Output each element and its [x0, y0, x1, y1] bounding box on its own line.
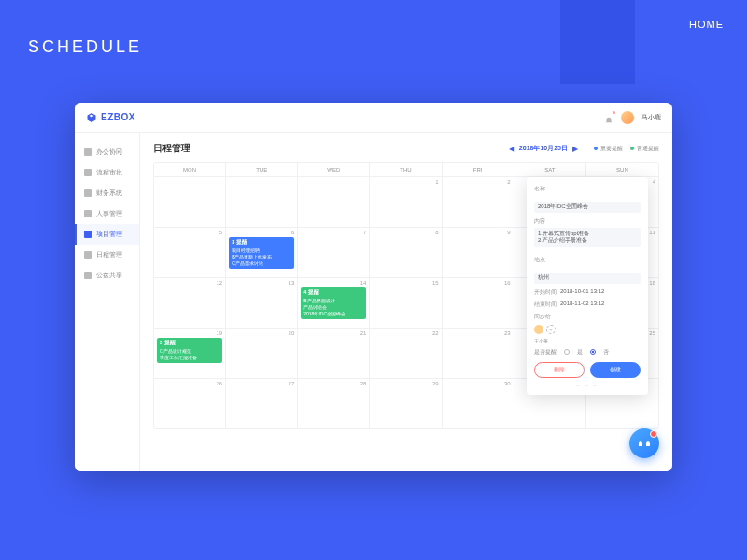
weekday-header: SAT	[514, 163, 586, 176]
person-name: 王小美	[534, 338, 641, 343]
calendar-cell[interactable]: 30	[443, 378, 514, 428]
sidebar-label: 项目管理	[96, 230, 122, 239]
calendar-cell[interactable]: 9	[443, 227, 514, 277]
user-avatar[interactable]	[621, 111, 634, 124]
person-avatar[interactable]	[534, 325, 543, 334]
day-number: 15	[373, 280, 438, 286]
start-time-value: 2018-10-01 13:12	[560, 288, 604, 297]
calendar-cell[interactable]: 16	[443, 277, 514, 328]
day-number: 16	[445, 280, 511, 286]
calendar-cell[interactable]	[154, 176, 226, 227]
day-number: 6	[229, 230, 294, 235]
sidebar-icon	[84, 231, 92, 238]
prev-arrow-icon[interactable]: ◀	[509, 145, 514, 153]
calendar-cell[interactable]: 5	[154, 227, 226, 277]
event-name-input[interactable]	[534, 202, 641, 213]
sidebar-item-6[interactable]: 公盘共享	[75, 265, 139, 286]
calendar-cell[interactable]: 2	[443, 176, 514, 227]
radio-no[interactable]	[590, 349, 596, 355]
page-title: SCHEDULE	[28, 37, 142, 57]
field-label-end: 结束时间	[534, 301, 557, 309]
calendar-cell[interactable]	[298, 176, 370, 227]
section-title: 日程管理	[153, 142, 190, 155]
calendar-cell[interactable]: 8	[370, 227, 442, 277]
calendar-event[interactable]: 4 提醒B产品界面设计产品讨论会2018年IDC全国峰会	[301, 287, 366, 319]
confirm-button[interactable]: 创建	[590, 362, 641, 378]
sidebar-item-0[interactable]: 办公协同	[75, 142, 139, 162]
weekday-header: WED	[298, 163, 370, 176]
weekday-header: MON	[154, 163, 226, 176]
calendar-cell[interactable]: 192 提醒C产品设计规范季度工作汇报准备	[154, 328, 226, 378]
home-link[interactable]: HOME	[689, 19, 724, 30]
notification-icon[interactable]	[604, 113, 613, 122]
day-number: 19	[157, 330, 222, 336]
day-number: 13	[229, 280, 294, 286]
sidebar-icon	[84, 169, 92, 176]
field-label-content: 内容	[534, 217, 641, 226]
day-number: 14	[301, 280, 366, 286]
calendar-cell[interactable]: 26	[154, 378, 226, 428]
day-number: 12	[157, 280, 222, 286]
sidebar-label: 财务系统	[96, 189, 122, 198]
next-arrow-icon[interactable]: ▶	[572, 145, 578, 153]
calendar-cell[interactable]: 144 提醒B产品界面设计产品讨论会2018年IDC全国峰会	[298, 277, 370, 328]
calendar-cell[interactable]: 22	[370, 328, 442, 378]
pager-dots: — — —	[534, 383, 641, 387]
calendar-event[interactable]: 2 提醒C产品设计规范季度工作汇报准备	[157, 338, 222, 363]
calendar-cell[interactable]: 7	[298, 227, 370, 277]
sidebar-label: 公盘共享	[96, 271, 122, 280]
sidebar-label: 流程审批	[96, 168, 122, 177]
calendar-cell[interactable]: 23	[443, 328, 514, 378]
calendar-cell[interactable]: 21	[298, 328, 370, 378]
sidebar-label: 日程管理	[96, 250, 122, 259]
sidebar-icon	[84, 189, 92, 197]
sidebar-item-3[interactable]: 人事管理	[75, 203, 139, 224]
field-label-alert: 是否提醒	[534, 348, 557, 357]
calendar-cell[interactable]: 12	[154, 277, 226, 328]
weekday-header: FRI	[443, 163, 514, 176]
day-number: 7	[301, 230, 366, 235]
chat-fab[interactable]	[629, 428, 659, 458]
day-number: 2	[445, 179, 511, 185]
calendar-cell[interactable]: 13	[226, 277, 298, 328]
calendar-cell[interactable]: 15	[370, 277, 442, 328]
logo[interactable]: EZBOX	[86, 112, 135, 123]
calendar-cell[interactable]: 29	[370, 378, 442, 428]
bg-accent	[560, 0, 635, 84]
sidebar-icon	[84, 148, 92, 156]
sidebar-item-5[interactable]: 日程管理	[75, 245, 139, 265]
delete-button[interactable]: 删除	[534, 362, 585, 378]
field-label-sync: 同步给	[534, 313, 551, 321]
calendar-cell[interactable]	[226, 176, 298, 227]
sidebar-item-4[interactable]: 项目管理	[75, 224, 139, 245]
day-number: 8	[373, 230, 438, 235]
sidebar-item-2[interactable]: 财务系统	[75, 183, 139, 203]
sidebar-label: 人事管理	[96, 209, 122, 218]
calendar-event[interactable]: 3 提醒项目经理招聘B产品更新上线发布C产品需求讨论	[229, 237, 294, 269]
day-number: 20	[229, 330, 294, 336]
day-number: 22	[373, 330, 438, 336]
legend-item: 重要提醒	[594, 145, 623, 153]
end-time-value: 2018-11-02 13:12	[560, 301, 604, 309]
day-number: 28	[301, 381, 366, 386]
event-popup: 名称 内容 地点 开始时间2018-10-01 13:12 结束时间2018-1…	[527, 177, 648, 395]
radio-yes[interactable]	[564, 349, 570, 355]
weekday-header: TUE	[226, 163, 298, 176]
day-number: 9	[445, 230, 511, 235]
weekday-header: SUN	[586, 163, 658, 176]
field-label-start: 开始时间	[534, 288, 557, 297]
calendar-cell[interactable]: 27	[226, 378, 298, 428]
add-person-button[interactable]: +	[546, 325, 556, 334]
event-content-input[interactable]	[534, 228, 641, 248]
sidebar-icon	[84, 272, 92, 279]
event-location-input[interactable]	[534, 273, 641, 284]
sidebar-item-1[interactable]: 流程审批	[75, 162, 139, 183]
calendar-cell[interactable]: 28	[298, 378, 370, 428]
day-number: 21	[301, 330, 366, 336]
user-name: 马小鹿	[641, 113, 661, 122]
day-number: 27	[229, 381, 294, 386]
calendar-cell[interactable]: 1	[370, 176, 442, 227]
calendar-cell[interactable]: 20	[226, 328, 298, 378]
legend-item: 普通提醒	[630, 145, 659, 153]
calendar-cell[interactable]: 63 提醒项目经理招聘B产品更新上线发布C产品需求讨论	[226, 227, 298, 277]
